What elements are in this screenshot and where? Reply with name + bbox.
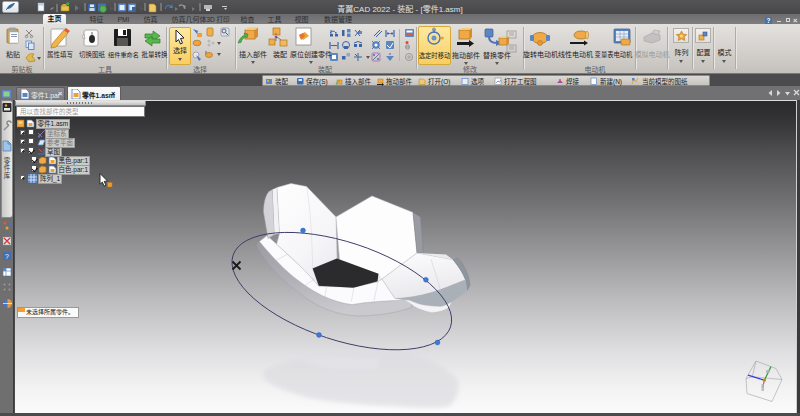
svg-text:拖动部件: 拖动部件 xyxy=(386,77,413,86)
svg-text:打开工程图: 打开工程图 xyxy=(504,77,537,86)
svg-text:当前模型的图纸: 当前模型的图纸 xyxy=(642,77,688,86)
svg-text:插入部件: 插入部件 xyxy=(345,77,372,86)
svg-text:选项: 选项 xyxy=(471,77,485,86)
svg-text:保存(S): 保存(S) xyxy=(306,77,328,86)
svg-text:装配: 装配 xyxy=(275,77,289,86)
svg-text:新建(N): 新建(N) xyxy=(600,77,622,86)
svg-text:?: ? xyxy=(5,253,9,260)
svg-text:打开(O): 打开(O) xyxy=(428,77,450,86)
svg-text:焊接: 焊接 xyxy=(566,77,580,86)
